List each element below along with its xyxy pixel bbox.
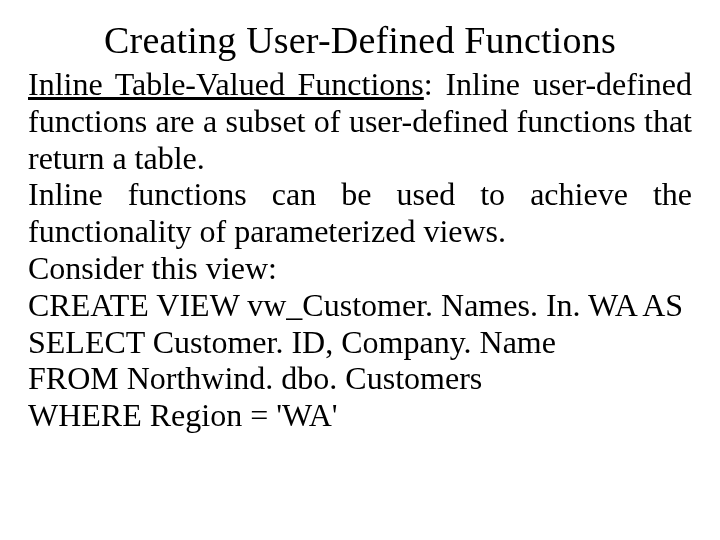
- slide-title: Creating User-Defined Functions: [28, 18, 692, 62]
- paragraph-2: Inline functions can be used to achieve …: [28, 176, 692, 250]
- paragraph-1: Inline Table-Valued Functions: Inline us…: [28, 66, 692, 176]
- code-line-2: SELECT Customer. ID, Company. Name: [28, 324, 692, 361]
- code-line-4: WHERE Region = 'WA': [28, 397, 692, 434]
- inline-heading: Inline Table-Valued Functions: [28, 66, 424, 102]
- code-line-3: FROM Northwind. dbo. Customers: [28, 360, 692, 397]
- paragraph-3: Consider this view:: [28, 250, 692, 287]
- slide-body: Inline Table-Valued Functions: Inline us…: [28, 66, 692, 434]
- code-line-1: CREATE VIEW vw_Customer. Names. In. WA A…: [28, 287, 692, 324]
